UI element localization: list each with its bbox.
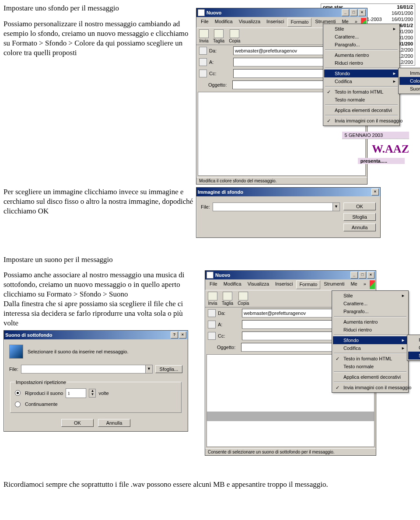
repeat-count[interactable] bbox=[66, 388, 86, 398]
to-label: A: bbox=[209, 59, 231, 65]
menu-me[interactable]: Me bbox=[348, 280, 360, 289]
menuitem-applica-elementi-decorativi[interactable]: Applica elementi decorativi bbox=[324, 106, 399, 114]
section1-text: Possiamo personalizzare il nostro messag… bbox=[4, 19, 196, 58]
section2-text: Per scegliere un immagine clicchiamo inv… bbox=[4, 187, 196, 216]
chevron-down-icon[interactable]: ▼ bbox=[145, 365, 152, 373]
toolbar-taglia[interactable]: Taglia bbox=[222, 292, 233, 306]
menuitem-sfondo[interactable]: Sfondo bbox=[324, 70, 399, 77]
menuitem-carattere-[interactable]: Carattere... bbox=[333, 300, 407, 307]
menuitem-testo-in-formato-html[interactable]: Testo in formato HTML bbox=[333, 355, 407, 363]
sound-icon bbox=[9, 345, 23, 359]
menuitem-carattere-[interactable]: Carattere... bbox=[324, 33, 399, 41]
menuitem-paragrafo-[interactable]: Paragrafo... bbox=[324, 41, 399, 49]
section1-title: Impostare uno sfondo per il messaggio bbox=[4, 3, 196, 13]
ok-button[interactable]: OK bbox=[343, 202, 376, 210]
close-button[interactable]: × bbox=[367, 272, 374, 279]
menu-modifica[interactable]: Modifica bbox=[212, 18, 235, 27]
formato-menu[interactable]: StileCarattere...Paragrafo...Aumenta rie… bbox=[323, 24, 400, 126]
close-button[interactable]: × bbox=[358, 9, 366, 16]
annulla-button[interactable]: Annulla bbox=[343, 223, 376, 231]
sfondo-submenu[interactable]: Immagine...ColoreSuono... bbox=[407, 335, 420, 361]
help-button[interactable]: ? bbox=[171, 332, 178, 339]
maximize-button[interactable]: □ bbox=[350, 9, 357, 16]
menu-modifica[interactable]: Modifica bbox=[221, 280, 244, 289]
minimize-button[interactable]: _ bbox=[342, 9, 349, 16]
menuitem-suono-[interactable]: Suono... bbox=[408, 352, 420, 359]
subject-label: Oggetto: bbox=[217, 345, 239, 350]
from-label: Da: bbox=[218, 311, 240, 316]
chevron-down-icon[interactable]: ▼ bbox=[332, 203, 340, 211]
menu-inserisci[interactable]: Inserisci bbox=[264, 18, 287, 27]
from-label: Da: bbox=[209, 48, 231, 53]
file-combo[interactable]: ▼ bbox=[213, 202, 340, 211]
menuitem-stile[interactable]: Stile bbox=[324, 25, 399, 33]
menuitem-aumenta-rientro[interactable]: Aumenta rientro bbox=[333, 318, 407, 326]
to-label: A: bbox=[218, 322, 240, 327]
menuitem-sfondo[interactable]: Sfondo bbox=[333, 336, 407, 344]
toolbar-invia[interactable]: Invia bbox=[208, 292, 217, 306]
ok-button[interactable]: OK bbox=[61, 419, 94, 427]
more-icon[interactable]: » bbox=[361, 280, 369, 289]
toolbar-taglia[interactable]: Taglia bbox=[213, 29, 224, 43]
section3-title: Impostare un suono per il messaggio bbox=[4, 255, 416, 264]
menuitem-stile[interactable]: Stile bbox=[333, 292, 407, 300]
suono-dialog: Suono di sottofondo ? × Selezionare il s… bbox=[4, 330, 188, 432]
menuitem-paragrafo-[interactable]: Paragrafo... bbox=[333, 307, 407, 315]
dialog-title: Suono di sottofondo bbox=[5, 332, 52, 338]
cc-label: Cc: bbox=[209, 71, 231, 76]
statusbar: Modifica il colore sfondo del messaggio. bbox=[196, 177, 367, 184]
dialog-title: Immagine di sfondo bbox=[198, 189, 243, 195]
annulla-button[interactable]: Annulla bbox=[98, 419, 130, 427]
menu-strumenti[interactable]: Strumenti bbox=[321, 280, 347, 289]
menu-inserisci[interactable]: Inserisci bbox=[273, 280, 295, 289]
menuitem-immagine-[interactable]: Immagine... bbox=[408, 336, 420, 344]
window-title: Nuovo bbox=[215, 272, 230, 278]
menu-file[interactable]: File bbox=[198, 18, 211, 27]
menuitem-testo-normale[interactable]: Testo normale bbox=[333, 363, 407, 370]
formato-menu[interactable]: StileCarattere...Paragrafo...Aumenta rie… bbox=[332, 290, 409, 393]
toolbar-copia[interactable]: Copia bbox=[238, 292, 249, 306]
menuitem-suono-[interactable]: Suono... bbox=[399, 85, 420, 93]
overlay-aaz: W.AAZ bbox=[372, 143, 409, 156]
menuitem-codifica[interactable]: Codifica bbox=[324, 77, 399, 85]
radio-repeat-n[interactable] bbox=[15, 390, 21, 396]
menu-file[interactable]: File bbox=[207, 280, 220, 289]
stepper-icon[interactable]: ▲▼ bbox=[89, 389, 96, 398]
menuitem-invia-immagini-con-il-messaggio[interactable]: Invia immagini con il messaggio bbox=[324, 117, 399, 125]
sfoglia-button[interactable]: Sfoglia... bbox=[155, 365, 182, 373]
menuitem-immagine-[interactable]: Immagine... bbox=[399, 69, 420, 77]
cc-icon bbox=[199, 70, 207, 77]
menuitem-riduci-rientro[interactable]: Riduci rientro bbox=[333, 326, 407, 334]
close-button[interactable]: × bbox=[179, 332, 186, 339]
menuitem-testo-normale[interactable]: Testo normale bbox=[324, 96, 399, 104]
menuitem-applica-elementi-decorativi[interactable]: Applica elementi decorativi bbox=[333, 373, 407, 381]
menuitem-aumenta-rientro[interactable]: Aumenta rientro bbox=[324, 51, 399, 59]
minimize-button[interactable]: _ bbox=[350, 272, 358, 279]
to-icon bbox=[199, 58, 207, 66]
statusbar: Consente di selezionare un suono di sott… bbox=[205, 448, 376, 455]
menuitem-codifica[interactable]: Codifica bbox=[333, 344, 407, 352]
menu-formato[interactable]: Formato bbox=[296, 280, 320, 289]
maximize-button[interactable]: □ bbox=[359, 272, 366, 279]
cc-label: Cc: bbox=[218, 333, 240, 339]
radio-continuous[interactable] bbox=[15, 401, 21, 407]
toolbar-copia[interactable]: Copia bbox=[229, 29, 240, 43]
menuitem-testo-in-formato-html[interactable]: Testo in formato HTML bbox=[324, 88, 399, 96]
file-combo[interactable]: ▼ bbox=[21, 365, 153, 373]
sfoglia-button[interactable]: Sfoglia bbox=[343, 213, 376, 221]
dialog-hint: Selezionare il suono da inserire nel mes… bbox=[28, 349, 129, 354]
menu-visualizza[interactable]: Visualizza bbox=[236, 18, 263, 27]
overlay-presenta: presenta..... bbox=[358, 158, 405, 164]
menuitem-riduci-rientro[interactable]: Riduci rientro bbox=[324, 59, 399, 67]
from-icon bbox=[199, 47, 207, 55]
sfondo-submenu[interactable]: Immagine...ColoreSuono... bbox=[398, 68, 420, 94]
menu-formato[interactable]: Formato bbox=[287, 18, 312, 27]
menuitem-colore[interactable]: Colore bbox=[408, 344, 420, 352]
menuitem-invia-immagini-con-il-messaggio[interactable]: Invia immagini con il messaggio bbox=[333, 384, 407, 391]
subject-label: Oggetto: bbox=[208, 82, 230, 87]
toolbar-invia[interactable]: Invia bbox=[199, 29, 209, 43]
body-bar bbox=[207, 412, 374, 421]
menu-visualizza[interactable]: Visualizza bbox=[245, 280, 272, 289]
menuitem-colore[interactable]: Colore bbox=[399, 77, 420, 85]
close-icon[interactable]: × bbox=[371, 188, 379, 195]
